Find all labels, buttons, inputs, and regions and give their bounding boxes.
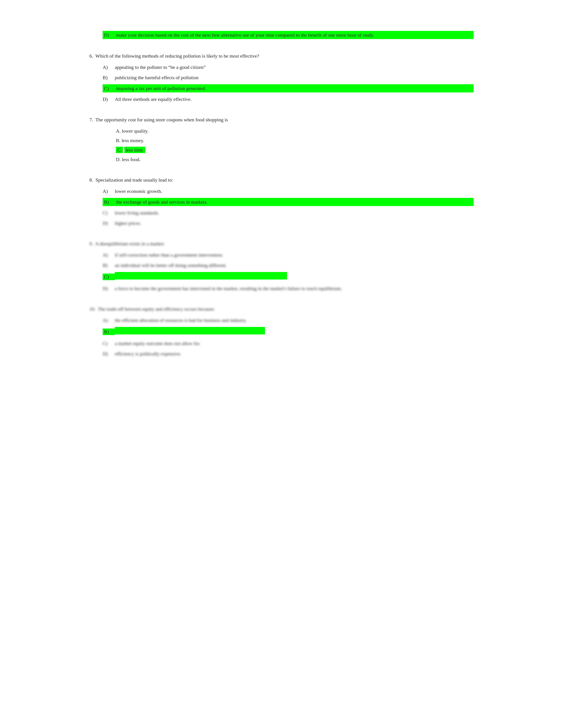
q9-green-bar-c [115,272,287,280]
question-6-text: 6. Which of the following methods of red… [89,52,474,60]
q10-text-a: the efficient allocation of resources is… [115,317,474,324]
q10-label-d: D) [103,350,115,357]
q9-text-d: a force to become the government has int… [115,285,474,292]
answer-item-d: D) make your decision based on the cost … [103,31,474,39]
q8-text-b: the exchange of goods and services in ma… [115,198,474,206]
q6-label-b: B) [103,74,115,81]
q10-answer-a: A) the efficient allocation of resources… [103,317,474,324]
q7-label-d: D. [116,157,120,162]
q8-answer-c: C) lower living standards. [103,209,474,216]
q6-answer-d: D) All three methods are equally effecti… [103,96,474,103]
q6-answer-b: B) publicizing the harmful effects of po… [103,74,474,81]
q9-text-b: an individual will be better off doing s… [115,262,474,269]
q9-label-d: D) [103,285,115,292]
q8-label-a: A) [103,188,115,195]
q8-text-c: lower living standards. [115,209,474,216]
q10-answer-c: C) a market equity outcome does not allo… [103,340,474,347]
q9-answer-b: B) an individual will be better off doin… [103,262,474,269]
q7-answer-d: D. less food. [116,156,474,163]
q6-label-a: A) [103,64,115,71]
question-8-block: 8. Specialization and trade usually lead… [89,176,474,227]
question-9-text: 9. A disequilibrium exists in a market: [89,240,474,247]
q6-text-b: publicizing the harmful effects of pollu… [115,74,474,81]
q9-label-a: A) [103,251,115,259]
q9-label-b: B) [103,262,115,269]
page: D) make your decision based on the cost … [72,18,491,384]
q9-answer-list: A) if self-correction rather than a gove… [103,251,474,292]
q6-label-c: C) [103,84,115,92]
q9-label-c: C) [103,274,115,280]
q8-answer-b: B) the exchange of goods and services in… [103,198,474,206]
q8-text-d: higher prices. [115,220,474,227]
q10-answer-d: D) efficiency is politically expensive. [103,350,474,357]
q10-answer-b: B) [103,327,474,337]
q7-label-b: B. [116,138,120,143]
q10-label-a: A) [103,317,115,324]
q6-text-d: All three methods are equally effective. [115,96,474,103]
q10-green-bar-b [115,327,265,334]
q6-label-d: D) [103,96,115,103]
q6-answer-c: C) imposing a tax per unit of pollution … [103,84,474,92]
q7-label-c: C. [116,147,123,153]
q7-answer-c: C. less time. [116,146,474,154]
q7-answer-b: B. less money. [116,137,474,144]
q9-answer-a: A) if self-correction rather than a gove… [103,251,474,259]
question-8-text: 8. Specialization and trade usually lead… [89,176,474,184]
q10-label-b: B) [103,328,115,335]
q6-text-a: appealing to the polluter to “be a good … [115,64,474,71]
q7-label-a: A. [116,128,120,134]
q8-answer-list: A) lower economic growth. B) the exchang… [103,188,474,227]
q8-answer-d: D) higher prices. [103,220,474,227]
question-6-block: 6. Which of the following methods of red… [89,52,474,103]
question-10-text: 10. The trade-off between equity and eff… [89,305,474,313]
q10-answer-list: A) the efficient allocation of resources… [103,317,474,357]
q9-answer-c: C) [103,272,474,282]
q8-label-d: D) [103,220,115,227]
q9-text-a: if self-correction rather than a governm… [115,251,474,259]
q8-text-a: lower economic growth. [115,188,474,195]
q6-text-c: imposing a tax per unit of pollution gen… [115,84,474,92]
question-9-block: 9. A disequilibrium exists in a market: … [89,240,474,292]
answer-list: D) make your decision based on the cost … [103,31,474,39]
q7-text-d: less food. [122,157,140,162]
q8-answer-a: A) lower economic growth. [103,188,474,195]
answer-text-d: make your decision based on the cost of … [115,31,474,39]
q7-text-c: less time. [124,147,145,153]
q7-text-a: lower quality. [122,128,148,134]
question-7-text: 7. The opportunity cost for using store … [89,116,474,123]
q10-text-d: efficiency is politically expensive. [115,350,474,357]
q6-answer-a: A) appealing to the polluter to “be a go… [103,64,474,71]
q8-label-c: C) [103,209,115,216]
q7-answer-a: A. lower quality. [116,127,474,135]
question-7-block: 7. The opportunity cost for using store … [89,116,474,163]
q7-text-b: less money. [122,138,144,143]
answer-label-d: D) [103,31,115,39]
q6-answer-list: A) appealing to the polluter to “be a go… [103,64,474,103]
q7-answer-list: A. lower quality. B. less money. C. less… [103,127,474,163]
prev-question-block: D) make your decision based on the cost … [89,31,474,39]
q10-label-c: C) [103,340,115,347]
q8-label-b: B) [103,198,115,206]
q10-text-c: a market equity outcome does not allow f… [115,340,474,347]
q9-answer-d: D) a force to become the government has … [103,285,474,292]
question-10-block: 10. The trade-off between equity and eff… [89,305,474,357]
